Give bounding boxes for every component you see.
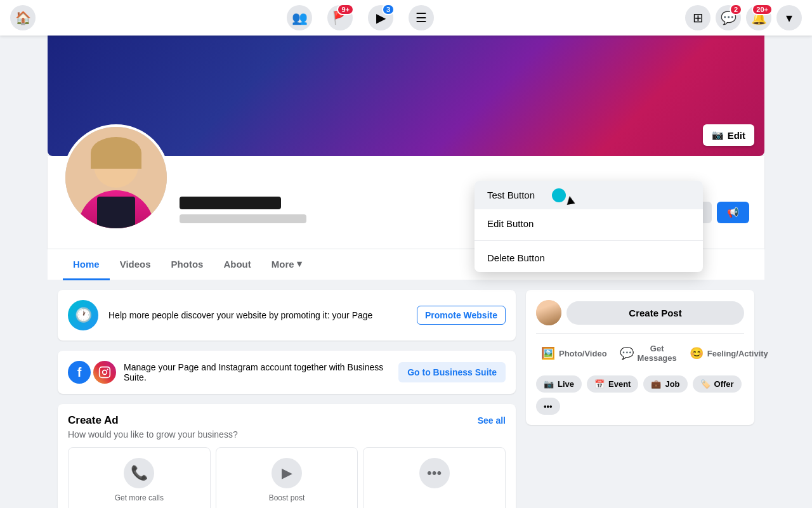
megaphone-icon: 📢	[727, 207, 739, 218]
messenger-badge: 2	[730, 4, 742, 15]
more-ad-icon: •••	[419, 458, 450, 488]
promote-website-icon: 🕐	[68, 300, 98, 330]
more-dots-icon: •••	[544, 401, 553, 411]
live-icon: 📷	[544, 379, 554, 389]
live-button[interactable]: 📷 Live	[536, 375, 582, 393]
boost-label: Boost post	[269, 493, 305, 502]
job-icon: 💼	[651, 379, 661, 389]
photo-video-button[interactable]: 🖼️ Photo/Video	[536, 339, 612, 368]
job-label: Job	[665, 379, 679, 389]
event-button[interactable]: 📅 Event	[587, 375, 638, 393]
user-mini-avatar	[536, 300, 561, 325]
business-suite-text: Manage your Page and Instagram account t…	[124, 362, 391, 382]
get-messages-label: Get Messages	[638, 344, 677, 363]
more-create-button[interactable]: •••	[536, 398, 560, 415]
cover-edit-button[interactable]: 📷 Edit	[703, 124, 754, 146]
svg-point-1	[103, 370, 107, 375]
see-all-link[interactable]: See all	[478, 415, 506, 426]
dropdown-menu: Test Button Edit Button Delete Button	[475, 181, 703, 272]
top-navigation: 🏠 👥 🚩 9+ ▶ 3 ☰ ⊞ 💬 2 🔔 20+ ▾	[0, 0, 812, 36]
chevron-down-icon: ▾	[297, 258, 302, 270]
account-menu-button[interactable]: ▾	[776, 5, 802, 30]
business-suite-card: f Manage your Page and Instagram account…	[58, 351, 516, 394]
profile-avatar-wrapper	[63, 124, 169, 231]
ad-option-calls[interactable]: 📞 Get more calls	[68, 447, 211, 508]
create-ad-subtitle: How would you like to grow your business…	[68, 429, 506, 440]
avatar-image	[65, 127, 167, 228]
offer-icon: 🏷️	[700, 379, 710, 389]
video-badge: 3	[382, 4, 395, 15]
create-post-top: Create Post	[536, 300, 744, 325]
feeling-activity-button[interactable]: 😊 Feeling/Activity	[684, 339, 773, 368]
side-column: Create Post 🖼️ Photo/Video 💬 Get Message…	[526, 290, 754, 508]
tab-home[interactable]: Home	[63, 250, 110, 280]
nav-center: 👥 🚩 9+ ▶ 3 ☰	[287, 5, 434, 30]
cover-edit-label: Edit	[728, 130, 745, 141]
menu-button[interactable]: ☰	[409, 5, 434, 30]
get-messages-button[interactable]: 💬 Get Messages	[615, 339, 682, 368]
photo-video-icon: 🖼️	[541, 346, 555, 360]
video-button[interactable]: ▶ 3	[368, 5, 393, 30]
promote-website-card: 🕐 Help more people discover your website…	[58, 290, 516, 341]
notifications-badge: 20+	[752, 4, 773, 15]
event-icon: 📅	[594, 379, 605, 389]
avatar-head	[94, 143, 138, 188]
feeling-icon: 😊	[690, 346, 704, 360]
more-tab-label: More	[272, 259, 294, 270]
promote-website-button[interactable]: Promote Website	[417, 306, 506, 325]
content-area: 🕐 Help more people discover your website…	[48, 290, 764, 508]
create-post-button[interactable]: Create Post	[566, 301, 744, 325]
create-ad-title: Create Ad	[68, 414, 119, 427]
messenger-button[interactable]: 💬 2	[716, 5, 741, 30]
messages-icon: 💬	[620, 346, 634, 360]
tab-more[interactable]: More ▾	[261, 249, 312, 280]
svg-rect-0	[100, 367, 110, 378]
notifications-button[interactable]: 🔔 20+	[746, 5, 771, 30]
flag-badge: 9+	[337, 4, 354, 15]
nav-left: 🏠	[10, 5, 36, 30]
promote-button[interactable]: 📢	[717, 202, 749, 223]
profile-name	[180, 197, 281, 209]
tab-photos[interactable]: Photos	[161, 250, 214, 280]
photo-video-label: Photo/Video	[559, 349, 607, 358]
event-label: Event	[608, 379, 631, 389]
create-ad-header: Create Ad See all	[68, 414, 506, 427]
facebook-icon: f	[68, 361, 91, 384]
dropdown-item-test-button[interactable]: Test Button	[475, 181, 703, 209]
dropdown-item-edit-button[interactable]: Edit Button	[475, 209, 703, 238]
job-button[interactable]: 💼 Job	[643, 375, 687, 393]
clock-icon: 🕐	[75, 307, 92, 323]
dropdown-divider	[475, 240, 703, 241]
tab-videos[interactable]: Videos	[110, 250, 161, 280]
camera-icon: 📷	[712, 129, 724, 141]
nav-right: ⊞ 💬 2 🔔 20+ ▾	[685, 5, 802, 30]
profile-subtitle	[180, 214, 306, 223]
calls-icon: 📞	[124, 458, 154, 488]
business-icons: f	[68, 361, 116, 384]
instagram-icon	[93, 361, 116, 384]
live-label: Live	[558, 379, 574, 389]
offer-label: Offer	[714, 379, 734, 389]
grid-icon-button[interactable]: ⊞	[685, 5, 710, 30]
ad-option-boost[interactable]: ▶ Boost post	[216, 447, 358, 508]
dropdown-item-delete-button[interactable]: Delete Button	[475, 244, 703, 272]
avatar-hair	[91, 137, 141, 169]
calls-label: Get more calls	[115, 493, 164, 502]
feeling-label: Feeling/Activity	[707, 349, 768, 358]
create-bottom-row: 📷 Live 📅 Event 💼 Job 🏷️ Offer	[536, 368, 744, 415]
boost-icon: ▶	[272, 458, 302, 488]
avatar	[63, 124, 169, 231]
main-column: 🕐 Help more people discover your website…	[58, 290, 516, 508]
ad-option-more[interactable]: •••	[363, 447, 506, 508]
friends-button[interactable]: 👥	[287, 5, 312, 30]
ad-options: 📞 Get more calls ▶ Boost post •••	[68, 447, 506, 508]
svg-point-2	[107, 368, 108, 370]
go-to-business-suite-button[interactable]: Go to Business Suite	[398, 362, 506, 382]
offer-button[interactable]: 🏷️ Offer	[693, 375, 742, 393]
home-button[interactable]: 🏠	[10, 5, 36, 30]
tab-about[interactable]: About	[213, 250, 261, 280]
create-post-card: Create Post 🖼️ Photo/Video 💬 Get Message…	[526, 290, 754, 425]
create-ad-card: Create Ad See all How would you like to …	[58, 404, 516, 508]
post-actions-row: 🖼️ Photo/Video 💬 Get Messages 😊 Feeling/…	[536, 333, 744, 368]
flag-button[interactable]: 🚩 9+	[327, 5, 353, 30]
